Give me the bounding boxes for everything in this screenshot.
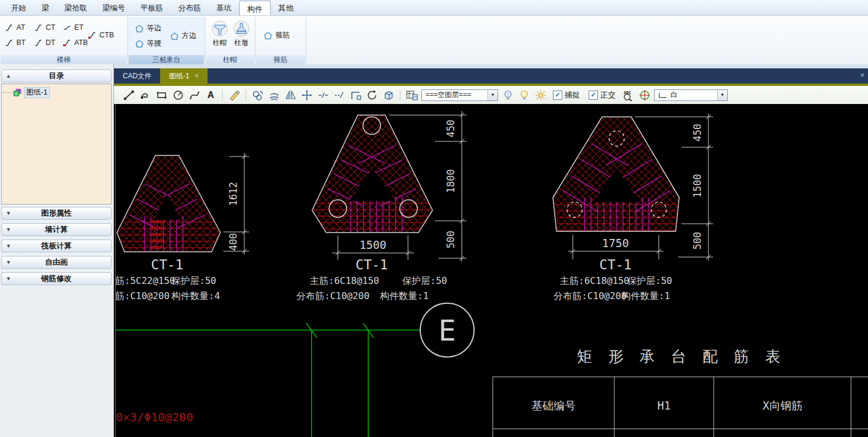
- ribbon-item-at[interactable]: AT: [5, 23, 25, 32]
- dropdown-arrow-icon[interactable]: ▼: [717, 90, 727, 100]
- tab-drawing-1[interactable]: 图纸-1 ×: [160, 68, 208, 84]
- layer-off-bulb-icon[interactable]: [517, 88, 531, 102]
- color-select[interactable]: 白 ▼: [654, 89, 728, 101]
- osnap-target-icon[interactable]: [638, 88, 651, 102]
- menu-item-pit[interactable]: 基坑: [209, 0, 239, 15]
- cap-spec-line1[interactable]: 主筋:6C18@150保护层:50: [560, 275, 672, 286]
- column-cap-icon: [210, 20, 229, 38]
- snap-toggle[interactable]: ✓ 捕捉: [553, 90, 580, 100]
- cap-spec-line1[interactable]: 筋:5C22@150保护层:50: [115, 275, 216, 286]
- dropdown-arrow-icon[interactable]: ▼: [487, 90, 497, 100]
- ribbon-item-ct[interactable]: CT: [34, 23, 56, 32]
- 3d-box-icon[interactable]: [382, 88, 395, 102]
- cad-toolbar: A ===空图层=== ▼ ✓ 捕捉 ✓ 正交 ABC: [114, 86, 868, 104]
- table-header-cell: X向钢筋: [763, 399, 803, 412]
- pentagon-icon: [170, 32, 179, 40]
- ribbon-item-column-pier[interactable]: 柱墩: [231, 20, 251, 48]
- cap-title[interactable]: CT-1: [599, 257, 631, 272]
- svg-text:e: e: [15, 91, 18, 96]
- grid-bubble-E[interactable]: E: [420, 303, 474, 357]
- offset-tool-icon[interactable]: [267, 88, 281, 102]
- circle-tool-icon[interactable]: [171, 88, 185, 102]
- ribbon-item-stirrup[interactable]: 箍筋: [264, 30, 290, 40]
- ribbon-item-isosceles[interactable]: 等腰: [135, 39, 161, 48]
- ribbon-group-tripile: 等边 等腰 方边 三桩承台: [128, 17, 205, 63]
- collapse-up-icon: ▲: [6, 70, 11, 82]
- match-brush-icon[interactable]: [227, 88, 241, 102]
- menu-item-beam-pick[interactable]: 梁拾取: [57, 0, 95, 15]
- cap-spec-line2[interactable]: 分布筋:C10@200构件数量:1: [296, 290, 428, 301]
- ortho-toggle[interactable]: ✓ 正交: [589, 90, 615, 100]
- sidebar-panel-graphic-properties[interactable]: ▼ 图形属性: [1, 207, 112, 220]
- pile-cap-1[interactable]: [117, 155, 220, 252]
- copy-tool-icon[interactable]: [251, 88, 264, 102]
- line-tool-icon[interactable]: [122, 88, 136, 102]
- menu-item-start[interactable]: 开始: [4, 0, 34, 15]
- ribbon-item-column-cap[interactable]: 柱帽: [210, 20, 230, 48]
- ribbon-item-dt[interactable]: DT: [34, 39, 56, 47]
- tabstrip-close-icon[interactable]: ×: [860, 71, 864, 79]
- ribbon-item-ctb[interactable]: CTB: [88, 31, 114, 39]
- move-tool-icon[interactable]: [300, 88, 313, 102]
- mirror-tool-icon[interactable]: [283, 88, 297, 102]
- break-at-point-icon[interactable]: [333, 88, 346, 102]
- rebar-schedule-table[interactable]: 矩 形 承 台 配 筋 表 基础编号 H1 X向钢筋: [493, 348, 868, 437]
- drawing-file-icon: e: [13, 88, 22, 97]
- cap-title[interactable]: CT-1: [355, 257, 388, 272]
- ribbon: AT CT ET BT DT ATB CTB 楼梯: [0, 16, 868, 65]
- ribbon-item-et[interactable]: ET: [63, 23, 84, 32]
- table-header-cell: 基础编号: [531, 399, 576, 412]
- sidebar-panel-free-draw[interactable]: ▼ 自由画: [1, 256, 112, 269]
- pile-cap-2[interactable]: [312, 115, 433, 233]
- ribbon-group-cap: 柱帽 柱墩 柱帽: [205, 17, 255, 63]
- pile-cap-3[interactable]: [553, 117, 679, 231]
- sidebar: ▲ 目录 e 图纸-1 ▼ 图形属性 ▼ 墙计算 ▼ 筏板计算: [0, 64, 114, 437]
- layer-on-bulb-icon[interactable]: [501, 88, 514, 102]
- menu-item-other[interactable]: 其他: [271, 0, 301, 15]
- ribbon-item-square-edge[interactable]: 方边: [170, 31, 196, 41]
- cap-spec-line2[interactable]: 筋:C10@200构件数量:4: [115, 290, 220, 301]
- fillet-tool-icon[interactable]: [349, 88, 362, 102]
- column-pier-icon: [232, 20, 251, 38]
- dim-label: 1800: [445, 169, 457, 193]
- menu-item-component[interactable]: 构件: [239, 1, 271, 15]
- ribbon-group-stairs: AT CT ET BT DT ATB CTB 楼梯: [0, 17, 128, 63]
- rebar-note-text[interactable]: 0×3/Φ10@200: [116, 410, 193, 424]
- sidebar-panel-catalog[interactable]: ▲ 目录: [1, 70, 112, 82]
- drawing-canvas[interactable]: 1612 400 CT-1 筋:5C22@150保护层:50 筋:C10@200…: [114, 104, 868, 437]
- polyline-tool-icon[interactable]: [139, 88, 152, 102]
- ribbon-item-bt[interactable]: BT: [5, 39, 26, 47]
- ortho-checkbox[interactable]: ✓: [589, 91, 598, 100]
- sidebar-panel-raft-calc[interactable]: ▼ 筏板计算: [1, 240, 112, 252]
- ribbon-item-atb[interactable]: ATB: [63, 39, 88, 47]
- sidebar-panel-wall-calc[interactable]: ▼ 墙计算: [1, 223, 112, 236]
- tab-cad-file[interactable]: CAD文件: [114, 68, 160, 84]
- brightness-sun-icon[interactable]: [534, 88, 547, 102]
- tab-close-icon[interactable]: ×: [195, 72, 199, 80]
- menu-item-dist-rebar[interactable]: 分布筋: [171, 0, 209, 15]
- pentagon-icon: [135, 40, 144, 48]
- sidebar-panel-rebar-edit[interactable]: ▼ 钢筋修改: [1, 272, 112, 285]
- layer-select[interactable]: ===空图层=== ▼: [421, 89, 498, 101]
- menu-item-slab-rebar[interactable]: 平板筋: [133, 0, 171, 15]
- rotate-tool-icon[interactable]: [365, 88, 379, 102]
- ribbon-item-equilateral[interactable]: 等边: [135, 23, 161, 33]
- tree-item-drawing-1[interactable]: e 图纸-1: [3, 87, 111, 98]
- toolbar-separator: [245, 89, 246, 101]
- spline-tool-icon[interactable]: [188, 88, 201, 102]
- ribbon-group-stirrup: 箍筋 箍筋: [255, 17, 306, 63]
- layer-manager-icon[interactable]: [405, 88, 419, 102]
- collapse-down-icon: ▼: [6, 273, 11, 285]
- grid-bubble-label: E: [438, 314, 456, 348]
- menu-item-beam-number[interactable]: 梁编号: [95, 0, 133, 15]
- rectangle-tool-icon[interactable]: [155, 88, 168, 102]
- cap-title[interactable]: CT-1: [151, 257, 183, 272]
- cap-spec-line2[interactable]: 分布筋:C10@200构件数量:1: [554, 290, 670, 301]
- menu-item-beam[interactable]: 梁: [34, 0, 57, 15]
- text-tool-icon[interactable]: A: [204, 88, 217, 102]
- break-tool-icon[interactable]: [316, 88, 330, 102]
- stair-icon: [34, 24, 43, 32]
- snap-checkbox[interactable]: ✓: [553, 91, 562, 100]
- abc-find-icon[interactable]: ABC: [621, 88, 635, 102]
- cap-spec-line1[interactable]: 主筋:6C18@150保护层:50: [310, 275, 447, 286]
